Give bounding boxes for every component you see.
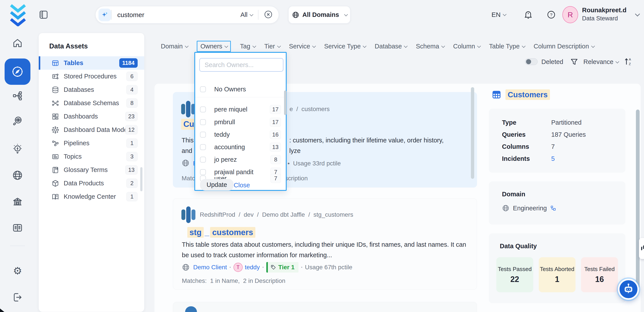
sidebar-toggle-icon[interactable] [38,10,48,20]
schema-icon [52,99,60,107]
checkbox-icon[interactable] [200,119,206,125]
chevron-down-icon [591,44,595,48]
assets-scrollbar-thumb[interactable] [140,167,142,191]
breadcrumb[interactable]: e / customers [290,106,330,113]
sidebar-item-topics[interactable]: Topics 3 [39,150,144,163]
logout-icon[interactable] [12,292,23,303]
owners-search-input[interactable] [199,58,284,72]
page-scrollbar-thumb[interactable] [636,110,640,288]
filter-service-type[interactable]: Service Type [324,43,366,50]
domain-name[interactable]: Engineering [513,205,547,212]
nav-home-icon[interactable] [12,38,23,49]
nav-explore-active[interactable] [4,59,30,85]
sidebar-item-knowledge-center[interactable]: Knowledge Center 1 [39,190,144,203]
search-scope-dropdown[interactable]: All [240,11,252,19]
checkbox-icon[interactable] [200,86,206,92]
sidebar-item-data-products[interactable]: Data Products 2 [39,177,144,190]
results-scrollbar-thumb[interactable] [471,87,474,179]
tier-badge[interactable]: Tier 1 [266,262,298,272]
clear-search-icon[interactable] [264,10,273,20]
sidebar-item-stored-procedures[interactable]: Stored Procedures 6 [39,70,144,83]
count-badge: 4 [126,85,138,94]
help-icon[interactable]: ? [546,10,556,20]
owner-option-no-owners[interactable]: No Owners [195,83,286,96]
owner-option[interactable]: pmbrull 17 [195,116,286,128]
result-usage: • Usage 33rd pctile [288,160,341,167]
result-title-link[interactable]: stg_customers [182,224,255,241]
owner-option[interactable]: pere miquel 17 [195,103,286,116]
widget-edge-tab[interactable] [639,238,644,259]
owner-count-badge: 13 [270,143,281,152]
domains-filter-button[interactable]: All Domains [288,6,350,24]
filter-domain[interactable]: Domain [161,43,188,50]
redshift-service-icon [182,206,196,223]
incidents-link[interactable]: 5 [551,155,555,162]
result-card-partial[interactable] [173,302,477,312]
user-avatar[interactable]: R [562,6,578,23]
filter-tier[interactable]: Tier [264,43,280,50]
sidebar-item-tables[interactable]: Tables 1184 [39,56,144,70]
nav-govern-icon[interactable] [12,197,23,208]
sidebar-item-glossary-terms[interactable]: Glossary Terms 13 [39,163,144,177]
owner-count-badge: 17 [270,118,281,127]
screen-corner-artifact [0,308,4,312]
filter-service[interactable]: Service [289,43,315,50]
filter-column[interactable]: Column [453,43,480,50]
user-menu[interactable]: Rounakpreet.d Data Steward [582,7,630,22]
compass-icon [12,66,24,78]
nav-settings-gear-icon[interactable]: ⚙ [13,266,22,276]
details-title-link[interactable]: Customers [506,89,550,100]
tag-icon [270,264,276,270]
owner-option[interactable]: accounting 13 [195,141,286,153]
deleted-toggle[interactable] [525,58,538,65]
data-model-icon [52,126,60,134]
sidebar-item-pipelines[interactable]: Pipelines 1 [39,136,144,150]
result-domain-link[interactable]: Demo Client [193,264,227,271]
search-input[interactable] [117,11,240,19]
result-card-stg-customers[interactable]: RedshiftProd / dev / Demo dbt Jaffle / s… [173,198,477,290]
link-nodes-icon[interactable] [550,205,556,211]
app-logo-icon[interactable] [8,4,28,27]
nav-glossary-icon[interactable] [12,222,23,235]
owner-option[interactable]: teddy 16 [195,128,286,141]
filter-table-type[interactable]: Table Type [489,43,524,50]
chevron-down-icon[interactable] [635,12,640,17]
nav-observability-icon[interactable] [12,116,23,127]
dropdown-scrollbar-thumb[interactable] [284,90,286,115]
filter-tag[interactable]: Tag [240,43,255,50]
filter-column-description[interactable]: Column Description [534,43,594,50]
funnel-filter-icon[interactable] [570,57,578,67]
sidebar-item-dashboards[interactable]: Dashboards 23 [39,110,144,123]
notifications-bell-icon[interactable] [524,10,533,20]
sidebar-item-dashboard-data-models[interactable]: Dashboard Data Models 12 [39,123,144,136]
ai-search-icon[interactable] [98,9,111,21]
sort-by-dropdown[interactable]: Relevance [584,58,618,66]
database-icon [52,86,60,94]
filter-schema[interactable]: Schema [416,43,444,50]
filter-database[interactable]: Database [375,43,406,50]
robot-icon [622,283,634,295]
checkbox-icon[interactable] [200,144,206,150]
result-owner-link[interactable]: teddy [245,264,260,271]
filter-owners-active[interactable]: Owners [197,41,231,52]
result-matches: scription [285,175,308,182]
checkbox-icon[interactable] [200,157,206,163]
sidebar-item-databases[interactable]: Databases 4 [39,83,144,96]
breadcrumb[interactable]: RedshiftProd / dev / Demo dbt Jaffle / s… [200,211,353,218]
knowledge-center-icon [52,193,60,201]
nav-insights-icon[interactable] [12,143,23,155]
close-button[interactable]: Close [234,182,250,189]
sidebar-item-database-schemas[interactable]: Database Schemas 8 [39,96,144,110]
sort-direction-icon[interactable]: A Z [623,57,633,67]
info-row: Queries 187 Queries [489,129,626,141]
owners-filter-dropdown: No Owners pere miquel 17 pmbrull 17 tedd… [194,52,287,191]
nav-lineage-icon[interactable] [12,90,23,102]
details-header: Customers [492,89,626,100]
update-button[interactable]: Update [200,179,234,191]
language-dropdown[interactable]: EN [492,11,506,19]
owner-option[interactable]: jo perez 8 [195,153,286,166]
checkbox-icon[interactable] [200,132,206,138]
nav-domains-icon[interactable] [12,170,23,182]
checkbox-icon[interactable] [200,106,206,112]
assistant-bot-button[interactable] [618,279,639,300]
